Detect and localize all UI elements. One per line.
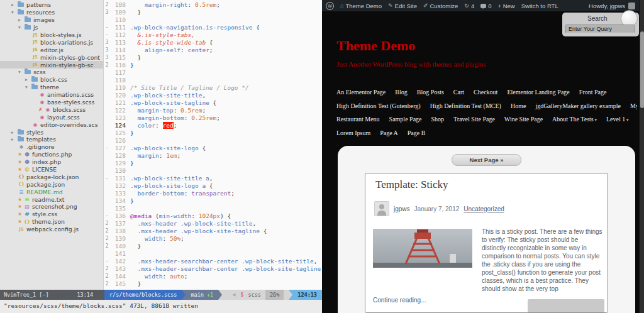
chevron-right-icon[interactable]: ▸	[11, 136, 18, 142]
fold-column[interactable]	[104, 122, 109, 129]
admin-bar-updates[interactable]: ↻4	[464, 3, 474, 9]
fold-column[interactable]	[104, 129, 109, 137]
tree-item-editor.js[interactable]: JSeditor.js	[0, 46, 103, 53]
user-avatar[interactable]	[628, 3, 635, 9]
code-line[interactable]: 121.wp-block-site-tagline {	[104, 99, 322, 107]
tree-item-styles[interactable]: ▸styles	[0, 128, 103, 136]
nav-item[interactable]: Front Page	[579, 89, 607, 96]
tree-item-editor-overrides.scs[interactable]: ◉editor-overrides.scs	[0, 121, 103, 128]
code-line[interactable]: 132.wp-block-site-logo a {	[104, 182, 322, 190]
tree-item-mixin-styles-gb-sc[interactable]: JSmixin-styles-gb-sc	[0, 61, 103, 69]
tree-item-index.php[interactable]: ★Φindex.php	[0, 158, 103, 166]
tree-item-resources[interactable]: ▾resources	[0, 9, 103, 16]
fold-column[interactable]	[104, 250, 109, 258]
nav-item[interactable]: Checkout	[474, 89, 497, 96]
code-line[interactable]: 3109 }	[104, 9, 322, 16]
code-line[interactable]: 2140 }	[104, 243, 322, 250]
fold-column[interactable]: 2	[104, 273, 109, 280]
admin-bar-comments[interactable]: 0	[480, 3, 491, 9]
tree-item-LICENSE[interactable]: ★©LICENSE	[0, 166, 103, 173]
code-line[interactable]: 2116}	[104, 62, 322, 69]
tree-item-style.css[interactable]: ★#style.css	[0, 211, 103, 218]
fold-column[interactable]	[104, 69, 109, 77]
code-line[interactable]: 3115 }	[104, 54, 322, 62]
code-line[interactable]: 120.wp-block-site-title,	[104, 92, 322, 99]
nav-item[interactable]: Sample Page	[389, 116, 422, 123]
post-category-link[interactable]: Uncategorized	[464, 206, 504, 212]
tree-item-templates[interactable]: ▸templates	[0, 136, 103, 143]
fold-column[interactable]: -	[104, 145, 109, 152]
fold-column[interactable]: 3	[104, 54, 109, 62]
code-line[interactable]: 2139 width: 50%;	[104, 235, 322, 243]
fold-column[interactable]: 2	[104, 220, 109, 228]
fold-column[interactable]	[104, 167, 109, 175]
tree-item-animations.scss[interactable]: ◉animations.scss	[0, 91, 103, 99]
code-line[interactable]: 133 border-bottom: transparent;	[104, 190, 322, 197]
code-line[interactable]: 3113 &.is-style-wide-tab {	[104, 39, 322, 47]
code-line[interactable]: 2137 .mxs-header .wp-block-site-title,	[104, 220, 322, 228]
fold-column[interactable]	[104, 160, 109, 167]
fold-column[interactable]	[104, 152, 109, 160]
code-line[interactable]: 125}	[104, 129, 322, 137]
code-line[interactable]: 134}	[104, 197, 322, 205]
tree-item-js[interactable]: ▾js	[0, 24, 103, 31]
fold-column[interactable]: 3	[104, 47, 109, 54]
tree-item-package-lock.json[interactable]: {}package-lock.json	[0, 173, 103, 180]
fold-column[interactable]	[104, 99, 109, 107]
nav-item[interactable]: jgdGalleryMaker gallery example	[535, 102, 621, 109]
nav-item[interactable]: Wine Site Page	[504, 116, 543, 123]
post-featured-image[interactable]	[373, 229, 472, 268]
fold-column[interactable]	[104, 205, 109, 212]
code-line[interactable]: 119/* Site Title / Tagline / Logo */	[104, 84, 322, 92]
site-title[interactable]: Theme Demo	[336, 38, 415, 54]
nav-item[interactable]: My account	[630, 102, 637, 109]
fold-column[interactable]	[104, 182, 109, 190]
fold-column[interactable]: -	[104, 175, 109, 182]
fold-column[interactable]: 2	[104, 265, 109, 273]
fold-column[interactable]	[104, 114, 109, 122]
nav-item[interactable]: Level 1 ▾	[606, 116, 629, 123]
nav-item[interactable]: Travel Site Page	[453, 116, 495, 123]
code-line[interactable]: 118	[104, 77, 322, 84]
chevron-down-icon[interactable]: ▾	[18, 69, 25, 75]
tree-item-images[interactable]: ▸images	[0, 16, 103, 24]
fold-column[interactable]	[104, 190, 109, 197]
fold-column[interactable]: 2	[104, 280, 109, 288]
code-line[interactable]: 126	[104, 137, 322, 145]
tree-item-mixin-styles-gb-cont[interactable]: JSmixin-styles-gb-cont	[0, 53, 103, 61]
code-line[interactable]: 2138 .mxs-header .wp-block-site-tagline …	[104, 228, 322, 235]
tree-item-package.json[interactable]: {}package.json	[0, 180, 103, 188]
post-title[interactable]: Template: Sticky	[375, 178, 448, 191]
code-buffer[interactable]: 2108 margin-right: 0.5rem;3109 }110-111.…	[104, 0, 322, 290]
nav-item[interactable]: High Definition Test (MCE)	[430, 102, 501, 109]
chevron-right-icon[interactable]: ▸	[11, 2, 18, 8]
tree-item-base-styles.scss[interactable]: ◉base-styles.scss	[0, 99, 103, 106]
chevron-down-icon[interactable]: ▾	[11, 9, 18, 15]
fold-column[interactable]	[104, 77, 109, 84]
code-line-current[interactable]: 124 color: red;	[104, 122, 322, 129]
chevron-down-icon[interactable]: ▾	[25, 84, 31, 90]
code-line[interactable]: 135	[104, 205, 322, 212]
continue-reading-link[interactable]: Continue reading...	[373, 297, 426, 304]
tree-item-patterns[interactable]: ▸patterns	[0, 1, 103, 9]
fold-column[interactable]: -	[104, 212, 109, 220]
fold-column[interactable]	[104, 137, 109, 145]
code-line[interactable]: -142 .mxs-header-searchbar-center .wp-bl…	[104, 258, 322, 265]
code-line[interactable]: 2144 width: auto;	[104, 273, 322, 280]
code-line[interactable]: -111.wp-block-navigation.is-responsive {	[104, 24, 322, 31]
nav-item[interactable]: An Elementor Page	[336, 89, 386, 96]
admin-bar-customize[interactable]: ✐Customize	[423, 3, 458, 9]
nav-item[interactable]: Shop	[431, 116, 445, 123]
next-page-button[interactable]: Next Page »	[452, 154, 522, 166]
nav-item[interactable]: Elementor Landing Page	[507, 89, 569, 96]
code-line[interactable]: 128 margin: 1em;	[104, 152, 322, 160]
tree-item-block-css[interactable]: ▸block-css	[0, 76, 103, 84]
tree-item-webpack.config.js[interactable]: JSwebpack.config.js	[0, 226, 103, 233]
code-line[interactable]: 122 margin-top: 0.5rem;	[104, 107, 322, 114]
admin-bar-site-name[interactable]: ⌂Theme Demo	[340, 3, 382, 9]
fold-column[interactable]	[104, 107, 109, 114]
fold-column[interactable]: 3	[104, 39, 109, 47]
code-line[interactable]: 117	[104, 69, 322, 77]
fold-column[interactable]	[104, 84, 109, 92]
fold-column[interactable]: 2	[104, 1, 109, 9]
